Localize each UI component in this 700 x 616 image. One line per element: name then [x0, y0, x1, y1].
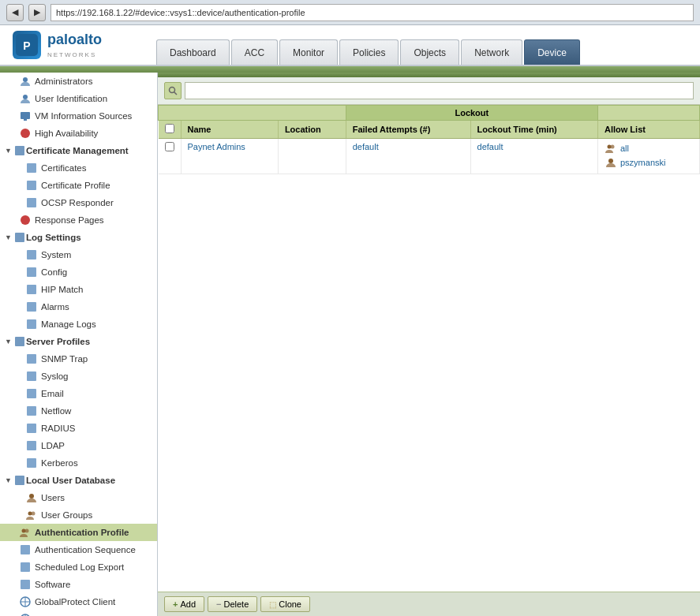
sidebar-item-log-settings[interactable]: ▼ Log Settings: [0, 229, 157, 246]
ldap-icon: [25, 439, 38, 452]
sidebar-item-ldap[interactable]: LDAP: [0, 437, 157, 454]
dynamic-updates-icon: [19, 613, 32, 616]
tab-network[interactable]: Network: [461, 39, 522, 65]
add-button[interactable]: + Add: [164, 596, 204, 612]
authentication-profile-table: Lockout Name Location Failed Attempts (#…: [158, 105, 700, 174]
search-button[interactable]: [164, 82, 182, 99]
syslog-icon: [25, 370, 38, 383]
svg-text:P: P: [23, 39, 30, 52]
address-bar[interactable]: [51, 4, 694, 21]
sidebar-item-certificates[interactable]: Certificates: [0, 159, 157, 177]
svg-rect-24: [27, 458, 36, 468]
row-checkbox-cell: [159, 139, 182, 174]
sidebar-item-administrators[interactable]: Administrators: [0, 73, 157, 90]
sidebar-item-local-user-database[interactable]: ▼ Local User Database: [0, 472, 157, 489]
ocsp-responder-icon: [25, 196, 38, 209]
allow-list-user-all: all: [605, 142, 693, 155]
svg-rect-32: [21, 562, 30, 572]
main-layout: Administrators User Identification VM In…: [0, 73, 700, 616]
forward-button[interactable]: ▶: [28, 4, 46, 21]
sidebar-item-dynamic-updates[interactable]: Dynamic Updates: [0, 610, 157, 616]
sidebar-item-alarms[interactable]: Alarms: [0, 298, 157, 315]
sidebar-item-authentication-profile[interactable]: Authentication Profile: [0, 524, 157, 541]
user-pszymanski-link[interactable]: pszymanski: [620, 158, 665, 167]
response-pages-icon: [19, 214, 32, 226]
sidebar-item-scheduled-log-export[interactable]: Scheduled Log Export: [0, 558, 157, 576]
svg-rect-7: [27, 163, 36, 173]
svg-rect-25: [15, 476, 24, 485]
sidebar-item-users[interactable]: Users: [0, 489, 157, 506]
snmp-trap-icon: [25, 353, 38, 365]
tab-objects[interactable]: Objects: [400, 39, 459, 65]
delete-icon: −: [216, 599, 221, 609]
sidebar: Administrators User Identification VM In…: [0, 73, 158, 616]
svg-line-40: [174, 92, 178, 95]
svg-rect-23: [27, 441, 36, 450]
user-all-link[interactable]: all: [620, 144, 629, 153]
tab-policies[interactable]: Policies: [339, 39, 399, 65]
tab-monitor[interactable]: Monitor: [279, 39, 338, 65]
tab-device[interactable]: Device: [524, 39, 580, 65]
content-area: Lockout Name Location Failed Attempts (#…: [158, 73, 700, 616]
select-all-checkbox[interactable]: [165, 124, 174, 133]
row-name-link[interactable]: Paynet Admins: [188, 142, 245, 151]
svg-rect-31: [21, 545, 30, 554]
sidebar-item-email[interactable]: Email: [0, 385, 157, 402]
users-icon: [25, 491, 38, 504]
log-expand-icon: ▼: [5, 233, 12, 241]
sidebar-item-hip-match[interactable]: HIP Match: [0, 281, 157, 298]
local-user-database-icon: [13, 474, 26, 487]
svg-point-2: [23, 77, 28, 82]
search-input[interactable]: [185, 82, 694, 99]
sidebar-item-server-profiles[interactable]: ▼ Server Profiles: [0, 333, 157, 350]
sidebar-item-syslog[interactable]: Syslog: [0, 368, 157, 385]
row-allow-list-cell: all pszymanski: [597, 139, 699, 174]
sidebar-item-user-groups[interactable]: User Groups: [0, 506, 157, 524]
svg-point-28: [32, 512, 36, 516]
svg-point-3: [23, 95, 28, 99]
software-icon: [19, 578, 32, 591]
sidebar-item-netflow[interactable]: Netflow: [0, 402, 157, 420]
svg-rect-19: [27, 371, 36, 381]
sidebar-item-authentication-sequence[interactable]: Authentication Sequence: [0, 541, 157, 558]
globalprotect-client-icon: [19, 595, 32, 608]
delete-button[interactable]: − Delete: [208, 596, 257, 612]
authentication-sequence-icon: [19, 543, 32, 556]
col-location: Location: [278, 121, 346, 139]
lockout-time-link[interactable]: default: [477, 142, 503, 151]
certificate-profile-icon: [25, 179, 38, 192]
log-settings-icon: [13, 231, 26, 244]
sidebar-item-ocsp-responder[interactable]: OCSP Responder: [0, 194, 157, 211]
server-expand-icon: ▼: [5, 338, 12, 345]
sidebar-item-high-availability[interactable]: High Availability: [0, 125, 157, 142]
sidebar-item-system[interactable]: System: [0, 246, 157, 263]
radius-icon: [25, 422, 38, 435]
sidebar-item-certificate-management[interactable]: ▼ Certificate Management: [0, 142, 157, 159]
sidebar-item-snmp-trap[interactable]: SNMP Trap: [0, 350, 157, 368]
col-lockout-time: Lockout Time (min): [470, 121, 597, 139]
sidebar-item-kerberos[interactable]: Kerberos: [0, 454, 157, 472]
sidebar-item-response-pages[interactable]: Response Pages: [0, 211, 157, 229]
sidebar-item-globalprotect-client[interactable]: GlobalProtect Client: [0, 593, 157, 610]
certificates-icon: [25, 162, 38, 174]
svg-rect-18: [27, 354, 36, 364]
row-checkbox[interactable]: [165, 142, 174, 151]
sidebar-item-config[interactable]: Config: [0, 263, 157, 281]
local-expand-icon: ▼: [5, 476, 12, 484]
failed-attempts-link[interactable]: default: [353, 142, 379, 151]
tab-dashboard[interactable]: Dashboard: [156, 39, 230, 65]
browser-bar: ◀ ▶: [0, 0, 700, 25]
sidebar-item-manage-logs[interactable]: Manage Logs: [0, 315, 157, 333]
sidebar-item-user-identification[interactable]: User Identification: [0, 90, 157, 107]
sidebar-item-certificate-profile[interactable]: Certificate Profile: [0, 177, 157, 194]
svg-point-42: [610, 145, 614, 149]
svg-point-39: [170, 88, 175, 93]
server-profiles-icon: [13, 335, 26, 348]
back-button[interactable]: ◀: [6, 4, 24, 21]
sidebar-item-vm-information[interactable]: VM Information Sources: [0, 107, 157, 125]
tab-acc[interactable]: ACC: [231, 39, 278, 65]
email-icon: [25, 387, 38, 400]
clone-button[interactable]: ⬚ Clone: [260, 596, 310, 612]
sidebar-item-software[interactable]: Software: [0, 576, 157, 593]
sidebar-item-radius[interactable]: RADIUS: [0, 420, 157, 437]
